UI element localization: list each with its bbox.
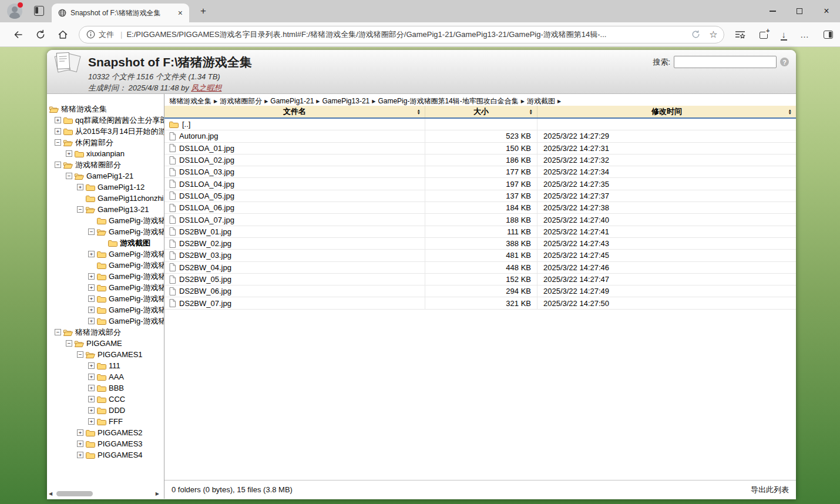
column-header-filename[interactable]: 文件名 ▲▼ [164,106,425,117]
expander-plus-icon[interactable]: + [88,374,95,380]
tree-item[interactable]: +FFF [47,416,164,427]
expander-plus-icon[interactable]: + [88,273,95,280]
browser-tab[interactable]: Snapshot of F:\猪猪游戏全集 × [52,4,189,22]
home-button[interactable] [54,26,72,43]
sidebar-horizontal-scrollbar[interactable]: ◀ ▶ [49,490,159,497]
expander-minus-icon[interactable]: − [55,162,61,168]
sort-icon[interactable]: ▲▼ [788,109,792,115]
tab-close-icon[interactable]: × [176,8,184,18]
tree-item[interactable]: −PIGGAME [47,338,164,349]
breadcrumb-item[interactable]: 游戏截图 [527,97,555,105]
expander-minus-icon[interactable]: − [77,351,83,358]
expander-plus-icon[interactable]: + [88,385,95,391]
more-options-icon[interactable]: … [800,29,809,39]
tree-item[interactable]: −GamePig1-21 [47,170,164,182]
export-list-link[interactable]: 导出此列表 [751,485,789,495]
expander-plus-icon[interactable]: + [88,407,95,414]
expander-minus-icon[interactable]: − [77,206,83,213]
tree-item[interactable]: +qq群藏经阁茜茜公主分享部分 [47,115,164,126]
column-header-size[interactable]: 大小 ▲▼ [425,106,537,117]
expander-plus-icon[interactable]: + [55,128,61,135]
expander-plus-icon[interactable]: + [55,117,61,123]
expander-plus-icon[interactable]: + [88,251,95,257]
minimize-button[interactable] [759,0,786,22]
sort-icon[interactable]: ▲▼ [417,109,421,115]
tree-item[interactable]: +GamePig-游戏猪圈 [47,248,164,260]
expander-plus-icon[interactable]: + [88,295,95,302]
tree-item[interactable]: +GamePig1-12 [47,182,164,193]
split-screen-icon[interactable] [824,31,833,39]
tree-item[interactable]: +GamePig-游戏猪圈 [47,271,164,282]
back-button[interactable] [9,26,27,43]
download-icon[interactable]: ↓ [782,30,787,39]
tree-item[interactable]: +111 [47,360,164,371]
file-name-cell[interactable]: [..] [164,119,425,130]
close-button[interactable]: × [813,0,840,22]
address-bar[interactable]: 文件 | E:/PIGGAMES/PIGGAMES游戏名字目录列表.html#F… [79,26,724,43]
expander-minus-icon[interactable]: − [66,173,72,179]
expander-minus-icon[interactable]: − [55,139,61,146]
expander-plus-icon[interactable]: + [88,284,95,291]
help-icon[interactable]: ? [780,58,789,66]
favorite-star-icon[interactable]: ☆ [709,29,717,40]
tree-item[interactable]: +PIGGAMES4 [47,449,164,461]
expander-plus-icon[interactable]: + [77,441,83,447]
breadcrumb-item[interactable]: GamePig13-21 [322,97,370,105]
tree-item[interactable]: GamePig11chonzhi [47,193,164,204]
expander-plus-icon[interactable]: + [77,452,83,458]
tree-item[interactable]: +DDD [47,405,164,416]
tree-item[interactable]: −休闲篇部分 [47,137,164,148]
tree-item[interactable]: +BBB [47,382,164,394]
tree-item[interactable]: +从2015年3月14日开始的游戏 [47,126,164,137]
tree-item[interactable]: −GamePig-游戏猪圈第14辑-地牢围攻白金合集 [47,226,164,237]
scrollbar-thumb[interactable] [56,491,93,496]
tree-item[interactable]: −PIGGAMES1 [47,349,164,360]
circular-arrows-icon[interactable] [691,29,701,39]
expander-minus-icon[interactable]: − [55,329,61,335]
scroll-left-icon[interactable]: ◀ [49,491,52,496]
workspaces-icon[interactable] [34,6,44,16]
tree-item[interactable]: +CCC [47,394,164,405]
collections-icon[interactable] [760,32,768,39]
tree-item[interactable]: +GamePig-游戏猪圈 [47,304,164,315]
tree-item[interactable]: +GamePig-游戏猪圈 [47,282,164,293]
tree-item[interactable]: +PIGGAMES3 [47,438,164,449]
sort-icon[interactable]: ▲▼ [529,109,533,115]
tree-item[interactable]: +PIGGAMES2 [47,427,164,438]
expander-minus-icon[interactable]: − [88,229,95,235]
expander-plus-icon[interactable]: + [66,150,72,157]
tree-item[interactable]: +GamePig-游戏猪圈 [47,293,164,304]
new-tab-button[interactable]: + [196,5,210,17]
tree-item[interactable]: 猪猪游戏全集 [47,103,164,115]
breadcrumb-item[interactable]: 猪猪游戏全集 [169,97,211,105]
expander-plus-icon[interactable]: + [88,318,95,324]
expander-plus-icon[interactable]: + [88,362,95,369]
maximize-button[interactable] [786,0,813,22]
favorites-bar-icon[interactable] [735,30,745,39]
breadcrumb-item[interactable]: GamePig1-21 [270,97,314,105]
tree-item[interactable]: −猪猪游戏部分 [47,327,164,338]
tree-item[interactable]: 游戏截图 [47,237,164,248]
tree-item[interactable]: GamePig-游戏猪圈 [47,260,164,271]
expander-plus-icon[interactable]: + [88,418,95,425]
scroll-right-icon[interactable]: ▶ [156,491,159,496]
author-link[interactable]: 风之暇想 [191,83,221,92]
expander-plus-icon[interactable]: + [77,184,83,190]
expander-plus-icon[interactable]: + [88,307,95,313]
expander-plus-icon[interactable]: + [77,429,83,436]
tree-item[interactable]: −游戏猪圈部分 [47,159,164,170]
url-text[interactable]: E:/PIGGAMES/PIGGAMES游戏名字目录列表.html#F:/猪猪游… [126,29,686,40]
refresh-button[interactable] [32,26,49,43]
search-input[interactable] [674,56,777,68]
tree-item[interactable]: +xiuxianpian [47,148,164,159]
breadcrumb-item[interactable]: GamePig-游戏猪圈第14辑-地牢围攻白金合集 [378,97,518,105]
expander-minus-icon[interactable]: − [66,340,72,347]
tree-item[interactable]: GamePig-游戏猪圈 [47,215,164,226]
breadcrumb-item[interactable]: 游戏猪圈部分 [220,97,262,105]
tree-item[interactable]: +GamePig-游戏猪圈 [47,315,164,327]
tree-item[interactable]: −GamePig13-21 [47,204,164,215]
column-header-modified[interactable]: 修改时间 ▲▼ [537,106,796,117]
expander-plus-icon[interactable]: + [88,396,95,402]
info-icon[interactable] [86,30,95,39]
tree-item[interactable]: +AAA [47,371,164,382]
